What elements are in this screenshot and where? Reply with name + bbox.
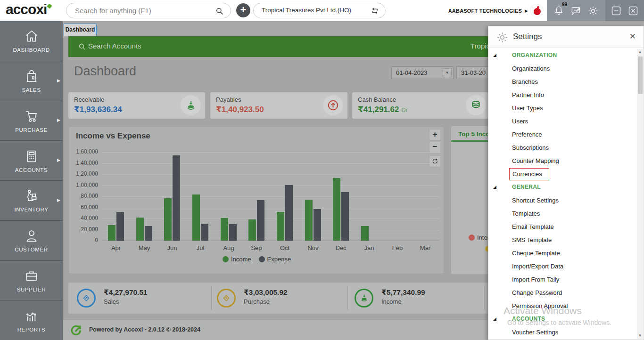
- calculator-icon: [24, 149, 39, 164]
- settings-item-label: Partner Info: [512, 91, 544, 98]
- expense-bar-aug: [229, 224, 237, 241]
- settings-item-branches[interactable]: Branches: [488, 75, 637, 89]
- settings-item-label-highlighted: Currencies: [509, 168, 549, 180]
- purchase-label: Purchase: [244, 298, 270, 305]
- settings-item-shortcut-settings[interactable]: Shortcut Settings: [488, 194, 637, 207]
- sidebar-item-accounts[interactable]: ACCOUNTS▶: [0, 141, 63, 181]
- expense-bar-nov: [314, 209, 321, 241]
- organization-selector[interactable]: Tropical Treasures Pvt Ltd.(HO): [253, 3, 386, 18]
- y-axis-tick-label: 20,000: [69, 226, 98, 233]
- settings-item-partner-info[interactable]: Partner Info: [488, 89, 637, 102]
- cash-balance-label: Cash Balance: [358, 96, 396, 103]
- settings-item-users[interactable]: Users: [488, 115, 637, 128]
- close-window-button[interactable]: [627, 5, 639, 16]
- settings-item-label: Organizations: [512, 65, 550, 72]
- income-bar-oct: [277, 212, 284, 241]
- settings-menu-list: ◢ORGANIZATIONOrganizationsBranchesPartne…: [488, 49, 637, 339]
- global-search-input[interactable]: [75, 3, 212, 18]
- sidebar-item-customer[interactable]: CUSTOMER: [0, 221, 63, 261]
- avatar-graphic: [534, 8, 541, 15]
- settings-item-label: Subscriptions: [512, 144, 549, 151]
- purchase-value: ₹3,03,005.92: [244, 288, 288, 297]
- settings-item-user-types[interactable]: User Types: [488, 102, 637, 115]
- sidebar-item-reports[interactable]: REPORTS: [0, 300, 63, 340]
- user-menu[interactable]: AABASOFT TECHNOLOGIES ▶: [438, 0, 528, 21]
- settings-item-voucher-settings[interactable]: Voucher Settings: [488, 326, 637, 339]
- accoxi-logo-dot: [47, 3, 52, 8]
- sidebar-item-label: SALES: [22, 87, 41, 93]
- settings-section-accounts[interactable]: ◢ACCOUNTS: [488, 313, 637, 326]
- scroll-down-icon[interactable]: ▼: [637, 332, 643, 339]
- y-axis-tick-label: 1,20,000: [69, 170, 98, 177]
- sales-value: ₹4,27,970.51: [104, 288, 148, 297]
- income-label: Income: [381, 298, 402, 305]
- scrollbar-thumb[interactable]: [638, 57, 643, 94]
- settings-section-general[interactable]: ◢GENERAL: [488, 181, 637, 194]
- sidebar-item-label: DASHBOARD: [13, 47, 50, 53]
- messages-icon[interactable]: [570, 5, 581, 16]
- divider: [484, 286, 485, 310]
- sidebar-item-sales[interactable]: SALES▶: [0, 61, 63, 101]
- chart-gridline: [102, 174, 439, 175]
- cash-coins-icon: [466, 95, 486, 115]
- payables-up-arrow-icon: [323, 95, 343, 115]
- settings-item-change-password[interactable]: Change Password: [488, 286, 637, 300]
- sidebar: DASHBOARDSALES▶PURCHASE▶ACCOUNTS▶INVENTO…: [0, 21, 63, 340]
- search-icon: [78, 42, 86, 51]
- settings-item-subscriptions[interactable]: Subscriptions: [488, 141, 637, 154]
- settings-close-icon[interactable]: ✕: [629, 32, 636, 41]
- date-from-input[interactable]: 01-04-2023 ▼: [391, 66, 454, 79]
- user-avatar[interactable]: [530, 4, 544, 17]
- footer-version-text: Powered by Accoxi - 2.0.12 © 2018-2024: [89, 326, 200, 333]
- settings-scrollbar[interactable]: ▲ ▼: [637, 49, 643, 339]
- settings-gear-icon: [496, 31, 509, 44]
- settings-section-organization[interactable]: ◢ORGANIZATION: [488, 49, 637, 62]
- sidebar-item-label: CUSTOMER: [15, 247, 48, 252]
- receivable-coin-down-icon: [181, 95, 201, 115]
- settings-item-templates[interactable]: Templates: [488, 207, 637, 220]
- chart-zoom-in-button[interactable]: +: [429, 129, 441, 141]
- settings-section-label: GENERAL: [512, 184, 541, 190]
- income-bar-may: [136, 218, 144, 241]
- settings-item-counter-mapping[interactable]: Counter Mapping: [488, 154, 637, 168]
- settings-item-email-template[interactable]: Email Template: [488, 220, 637, 234]
- chevron-right-icon: ▶: [57, 198, 60, 202]
- scroll-up-icon[interactable]: ▲: [637, 49, 643, 56]
- settings-item-organizations[interactable]: Organizations: [488, 62, 637, 75]
- income-bar-dec: [333, 178, 340, 241]
- sidebar-item-supplier[interactable]: SUPPLIER: [0, 261, 63, 301]
- sidebar-item-inventory[interactable]: INVENTORY▶: [0, 181, 63, 221]
- income-value: ₹5,77,340.99: [381, 288, 425, 297]
- x-axis-label: Sep: [246, 244, 267, 251]
- settings-item-currencies[interactable]: Currencies: [488, 168, 637, 181]
- settings-section-label: ORGANIZATION: [512, 52, 557, 58]
- settings-item-sms-template[interactable]: SMS Template: [488, 234, 637, 247]
- settings-gear-icon[interactable]: [587, 5, 599, 16]
- settings-item-permission-approval[interactable]: Permission Approval: [488, 300, 637, 313]
- switch-organization-icon[interactable]: [370, 6, 380, 16]
- settings-item-cheque-template[interactable]: Cheque Template: [488, 247, 637, 260]
- sales-label: Sales: [104, 298, 119, 305]
- minimize-window-button[interactable]: [611, 5, 622, 16]
- collapse-triangle-icon: ◢: [493, 185, 496, 189]
- page-title: Dashboard: [74, 64, 136, 79]
- add-new-button[interactable]: +: [236, 3, 250, 17]
- chevron-right-icon: ▶: [57, 78, 60, 83]
- sidebar-item-purchase[interactable]: PURCHASE▶: [0, 101, 63, 141]
- dr-suffix: Dr: [401, 106, 408, 113]
- settings-item-label: Permission Approval: [512, 302, 568, 309]
- settings-section-label: ACCOUNTS: [512, 316, 545, 322]
- settings-item-preference[interactable]: Preference: [488, 128, 637, 141]
- x-axis-label: Apr: [106, 244, 126, 251]
- global-search[interactable]: [66, 3, 231, 18]
- sidebar-item-dashboard[interactable]: DASHBOARD: [0, 21, 63, 61]
- chart-title: Income vs Expense: [76, 131, 150, 141]
- settings-item-label: User Types: [512, 105, 543, 112]
- settings-item-import-export-data[interactable]: Import/Export Data: [488, 260, 637, 273]
- sidebar-item-label: REPORTS: [17, 327, 46, 332]
- settings-item-import-from-tally[interactable]: Import From Tally: [488, 273, 637, 286]
- date-dropdown-icon[interactable]: ▼: [443, 68, 452, 77]
- settings-item-label: Cheque Template: [512, 250, 560, 257]
- tab-dashboard[interactable]: Dashboard: [64, 24, 97, 36]
- chart-refresh-button[interactable]: [429, 155, 441, 167]
